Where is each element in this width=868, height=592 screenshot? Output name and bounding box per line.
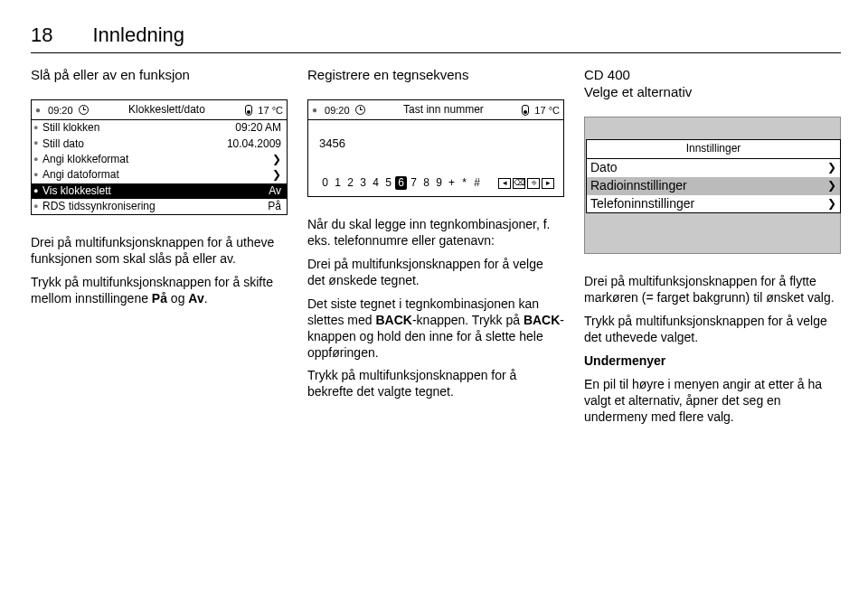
- row-label: Still dato: [42, 137, 227, 151]
- status-title: Tast inn nummer: [369, 103, 519, 117]
- row-label: Angi klokkeformat: [42, 153, 272, 166]
- digit-9[interactable]: 9: [433, 176, 445, 190]
- col1-para-1: Drei på multifunksjonsknappen for å uthe…: [31, 235, 288, 268]
- digit-plus[interactable]: +: [446, 176, 458, 190]
- digit-6-selected[interactable]: 6: [395, 176, 407, 190]
- col3-subhead: Undermenyer: [584, 353, 841, 370]
- chevron-right-icon: ❯: [827, 179, 836, 193]
- digit-star[interactable]: *: [458, 176, 470, 190]
- row-value: På: [268, 200, 281, 213]
- row-dot: ●: [33, 155, 42, 165]
- bold-on: På: [152, 291, 167, 305]
- status-title: Klokkeslett/dato: [92, 103, 242, 117]
- page-title: Innledning: [92, 23, 184, 47]
- menu-row-radio-settings[interactable]: Radioinnstillinger ❯: [587, 177, 840, 195]
- column-2: Registrere en tegnsekvens ● 09:20 Tast i…: [307, 66, 564, 433]
- column-1: Slå på eller av en funksjon ● 09:20 Klok…: [31, 66, 288, 433]
- row-label: Vis klokkeslett: [42, 184, 269, 198]
- col3-para-2: Trykk på multifunksjonsknappen for å vel…: [584, 314, 841, 346]
- col3-para-1: Drei på multifunksjonsknappen for å flyt…: [584, 274, 841, 306]
- col3-heading-a: CD 400: [584, 66, 841, 83]
- text: og: [167, 291, 188, 305]
- settings-title: Innstillinger: [587, 140, 840, 158]
- nav-left-icon[interactable]: ◂: [498, 178, 511, 189]
- row-value: Av: [269, 184, 281, 198]
- row-value: 09:20 AM: [235, 121, 281, 135]
- row-label: RDS tidssynkronisering: [42, 200, 268, 213]
- menu-row-phone-settings[interactable]: Telefoninnstillinger ❯: [587, 195, 840, 213]
- digit-5[interactable]: 5: [382, 176, 394, 190]
- row-dot: ●: [33, 138, 42, 149]
- status-temp: 17 °C: [258, 104, 283, 117]
- nav-right-icon[interactable]: ▸: [542, 178, 554, 189]
- menu-row-clock-format[interactable]: ● Angi klokkeformat ❯: [32, 152, 287, 167]
- row-label: Still klokken: [42, 121, 235, 135]
- row-dot: ●: [33, 202, 42, 212]
- col2-para-3: Det siste tegnet i tegnkombinasjonen kan…: [307, 296, 564, 362]
- digit-3[interactable]: 3: [357, 176, 369, 190]
- screen-settings: Innstillinger Dato ❯ Radioinnstillinger …: [584, 117, 841, 254]
- menu-row-rds-sync[interactable]: ● RDS tidssynkronisering På: [32, 199, 287, 214]
- menu-row-set-clock[interactable]: ● Still klokken 09:20 AM: [32, 120, 287, 136]
- chevron-right-icon: ❯: [827, 161, 836, 174]
- clock-icon: [79, 105, 89, 115]
- status-temp: 17 °C: [534, 104, 560, 117]
- menu-row-show-clock[interactable]: ● Vis klokkeslett Av: [32, 183, 287, 199]
- bold-back: BACK: [524, 313, 560, 327]
- col2-para-4: Trykk på multifunksjonsknappen for å bek…: [307, 368, 564, 400]
- bold-off: Av: [188, 291, 203, 305]
- status-bar: ● 09:20 Klokkeslett/dato 17 °C: [32, 100, 287, 120]
- col3-heading-b: Velge et alternativ: [584, 83, 841, 100]
- number-picker-row[interactable]: 0 1 2 3 4 5 6 7 8 9 + * # ◂: [316, 176, 556, 193]
- row-label: Radioinnstillinger: [590, 178, 827, 194]
- row-dot: ●: [33, 186, 42, 197]
- digit-entry-area: 3456 0 1 2 3 4 5 6 7 8 9 + * #: [308, 120, 563, 196]
- columns: Slå på eller av en funksjon ● 09:20 Klok…: [31, 66, 841, 433]
- digit-7[interactable]: 7: [408, 176, 420, 190]
- chevron-right-icon: ❯: [827, 197, 836, 211]
- status-time: 09:20: [325, 104, 350, 117]
- column-3: CD 400 Velge et alternativ Innstillinger…: [584, 66, 841, 433]
- nav-enter-icon[interactable]: ⎆: [527, 178, 540, 189]
- status-dot: ●: [35, 106, 41, 115]
- row-label: Telefoninnstillinger: [590, 196, 827, 212]
- col2-para-1: Når du skal legge inn tegnkombinasjoner,…: [307, 217, 564, 249]
- chevron-right-icon: ❯: [272, 153, 281, 166]
- col2-para-2: Drei på multifunksjonsknappen for å velg…: [307, 257, 564, 289]
- digit-8[interactable]: 8: [420, 176, 432, 190]
- col1-para-2: Trykk på multifunksjonsknappen for å ski…: [31, 275, 288, 307]
- screen-enter-number: ● 09:20 Tast inn nummer 17 °C 3456 0 1 2…: [307, 99, 564, 197]
- row-label: Angi datoformat: [42, 168, 272, 182]
- status-time: 09:20: [48, 104, 73, 117]
- bold-back: BACK: [375, 313, 411, 327]
- header-rule: [31, 52, 841, 53]
- header-row: 18 Innledning: [31, 23, 841, 47]
- col2-heading: Registrere en tegnsekvens: [307, 66, 564, 83]
- clock-icon: [355, 105, 365, 115]
- nav-back-icon[interactable]: ⌫: [513, 178, 525, 189]
- nav-icons: ◂ ⌫ ⎆ ▸: [498, 178, 554, 189]
- text: .: [204, 291, 208, 305]
- digit-2[interactable]: 2: [344, 176, 356, 190]
- digit-0[interactable]: 0: [319, 176, 331, 190]
- chevron-right-icon: ❯: [272, 168, 281, 182]
- row-value: 10.04.2009: [227, 137, 281, 151]
- settings-popup: Innstillinger Dato ❯ Radioinnstillinger …: [586, 139, 841, 213]
- digit-4[interactable]: 4: [370, 176, 382, 190]
- row-dot: ●: [33, 123, 42, 134]
- row-label: Dato: [590, 160, 827, 176]
- digit-hash[interactable]: #: [471, 176, 483, 190]
- row-dot: ●: [33, 170, 42, 181]
- entered-number: 3456: [316, 136, 556, 152]
- menu-row-date[interactable]: Dato ❯: [587, 159, 840, 177]
- col3-para-3: En pil til høyre i menyen angir at etter…: [584, 377, 841, 426]
- thermometer-icon: [522, 105, 529, 116]
- status-bar: ● 09:20 Tast inn nummer 17 °C: [308, 100, 563, 120]
- screen-clock-date: ● 09:20 Klokkeslett/dato 17 °C ● Still k…: [31, 99, 288, 215]
- menu-row-set-date[interactable]: ● Still dato 10.04.2009: [32, 136, 287, 152]
- menu-row-date-format[interactable]: ● Angi datoformat ❯: [32, 167, 287, 183]
- text: -knappen. Trykk på: [412, 313, 524, 327]
- thermometer-icon: [245, 105, 252, 116]
- digit-1[interactable]: 1: [332, 176, 344, 190]
- page-number: 18: [31, 23, 52, 47]
